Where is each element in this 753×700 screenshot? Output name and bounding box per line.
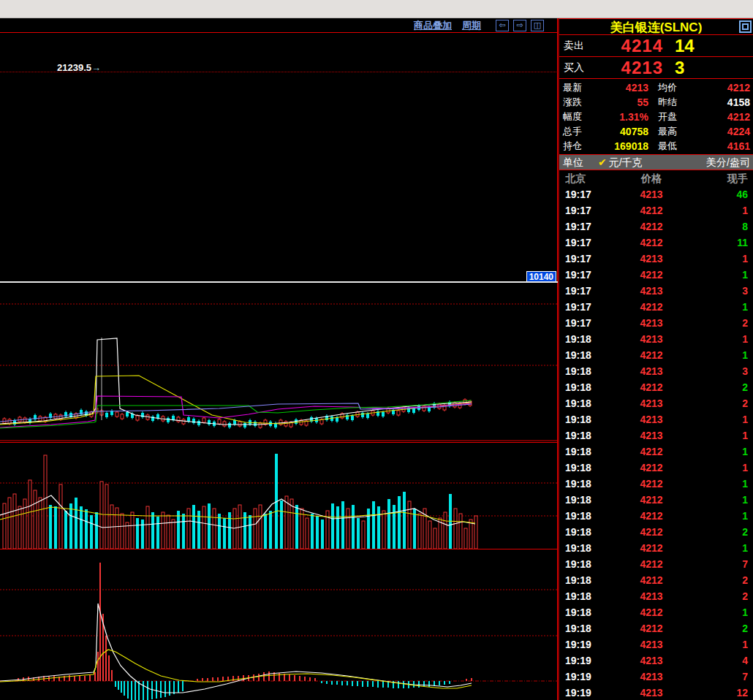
trade-lots: 2 [742, 620, 748, 636]
stat-label: 总手 [559, 124, 601, 139]
left-arrow-icon[interactable]: ⇦ [496, 20, 509, 31]
trade-price: 4212 [629, 202, 674, 218]
trade-row: 19:17 4212 11 [559, 235, 753, 251]
trade-row: 19:18 4213 3 [559, 363, 753, 379]
trade-price: 4213 [629, 251, 674, 267]
trade-lots: 1 [742, 444, 748, 460]
stat-value: 1.31% [601, 110, 648, 124]
buy-row: 买入 4213 3 [559, 57, 753, 79]
trade-time: 19:18 [565, 347, 591, 363]
chart-toolbar: 商品叠加 周期 ⇦ ⇨ ◫ [0, 18, 557, 33]
stat-label: 持仓 [559, 139, 601, 153]
right-arrow-icon[interactable]: ⇨ [513, 20, 526, 31]
trade-time: 19:18 [565, 331, 591, 347]
stat-row: 最新 4213 均价 4212 [559, 80, 753, 95]
stat-value: 4212 [696, 110, 753, 124]
trade-price: 4213 [629, 363, 674, 379]
trade-row: 19:17 4212 1 [559, 202, 753, 218]
trade-time: 19:19 [565, 653, 591, 669]
trade-table-header: 北京 价格 现手 [559, 170, 753, 186]
trade-row: 19:18 4212 1 [559, 444, 753, 460]
trade-lots: 2 [742, 524, 748, 540]
trade-row: 19:18 4212 2 [559, 572, 753, 588]
restore-window-icon[interactable] [739, 20, 752, 33]
trade-row: 19:18 4213 1 [559, 411, 753, 427]
stat-value: 55 [601, 95, 648, 110]
trade-row: 19:18 4212 1 [559, 460, 753, 476]
trade-time: 19:18 [565, 604, 591, 620]
price-pane[interactable]: 21239.5→ 10140 [0, 33, 558, 281]
trade-time: 19:17 [565, 299, 591, 315]
marker-arrow-icon: → [91, 62, 101, 73]
trade-lots: 46 [736, 186, 748, 202]
stat-row: 涨跌 55 昨结 4158 [559, 95, 753, 110]
trade-price: 4212 [629, 235, 674, 251]
trade-price: 4212 [629, 460, 674, 476]
trade-time: 19:18 [565, 588, 591, 604]
unit-option-oz[interactable]: 美分/盎司 [643, 155, 753, 170]
trade-lots: 1 [742, 251, 748, 267]
trade-row: 19:18 4213 1 [559, 427, 753, 444]
trade-lots: 1 [742, 347, 748, 363]
trade-price: 4212 [629, 556, 674, 572]
trade-time: 19:17 [565, 202, 591, 218]
trade-price: 4213 [629, 685, 674, 700]
unit-row: 单位 ✔元/千克 美分/盎司 [559, 155, 753, 170]
trade-lots: 1 [742, 299, 748, 315]
macd-chart[interactable] [0, 550, 558, 700]
trade-lots: 3 [742, 283, 748, 299]
stat-value: 4212 [696, 80, 753, 95]
chart-area: 商品叠加 周期 ⇦ ⇨ ◫ 21239.5→ 10140 [0, 18, 558, 700]
split-window-icon[interactable]: ◫ [531, 20, 544, 31]
trade-price: 4212 [629, 379, 674, 395]
overlay-candle-chart[interactable] [0, 283, 558, 441]
trade-lots: 1 [742, 331, 748, 347]
stat-label: 最高 [648, 124, 696, 139]
trade-price: 4212 [629, 492, 674, 508]
unit-option-kg[interactable]: ✔元/千克 [598, 155, 643, 170]
window-titlebar [0, 0, 753, 18]
trade-row: 19:18 4213 2 [559, 395, 753, 411]
trade-lots: 12 [736, 685, 748, 700]
stat-value: 4213 [601, 80, 648, 95]
trade-price: 4213 [629, 588, 674, 604]
trade-lots: 8 [742, 218, 748, 235]
trade-time: 19:18 [565, 508, 591, 524]
trade-price: 4212 [629, 524, 674, 540]
trade-lots: 1 [742, 604, 748, 620]
trade-row: 19:18 4212 2 [559, 524, 753, 540]
period-link[interactable]: 周期 [462, 19, 481, 32]
commodity-overlay-link[interactable]: 商品叠加 [414, 19, 452, 32]
trade-lots: 2 [742, 379, 748, 395]
trade-time: 19:19 [565, 669, 591, 685]
stats-grid: 最新 4213 均价 4212 涨跌 55 昨结 4158 幅度 1.31% 开… [559, 79, 753, 155]
trade-row: 19:17 4213 1 [559, 251, 753, 267]
trade-price: 4213 [629, 636, 674, 653]
trade-row: 19:18 4212 1 [559, 604, 753, 620]
trade-lots: 2 [742, 395, 748, 411]
trade-time: 19:18 [565, 556, 591, 572]
trade-lots: 1 [742, 508, 748, 524]
volume-chart[interactable] [0, 442, 558, 549]
trade-time: 19:17 [565, 283, 591, 299]
trade-time: 19:18 [565, 620, 591, 636]
trade-time: 19:17 [565, 186, 591, 202]
trade-row: 19:18 4213 1 [559, 331, 753, 347]
stat-row: 持仓 169018 最低 4161 [559, 139, 753, 153]
sell-row: 卖出 4214 14 [559, 35, 753, 57]
trade-lots: 1 [742, 492, 748, 508]
stat-label: 开盘 [648, 110, 696, 124]
trade-price: 4213 [629, 283, 674, 299]
trade-row: 19:18 4212 1 [559, 508, 753, 524]
trade-price: 4213 [629, 411, 674, 427]
col-time: 北京 [565, 170, 586, 186]
trade-lots: 7 [742, 669, 748, 685]
trade-time: 19:17 [565, 235, 591, 251]
stat-row: 幅度 1.31% 开盘 4212 [559, 110, 753, 124]
stat-value: 40758 [601, 124, 648, 139]
trade-lots: 2 [742, 315, 748, 331]
contract-title: 美白银连(SLNC) [559, 18, 753, 35]
sell-price: 4214 [606, 36, 663, 56]
trade-row: 19:18 4212 2 [559, 379, 753, 395]
trade-lots: 1 [742, 476, 748, 492]
